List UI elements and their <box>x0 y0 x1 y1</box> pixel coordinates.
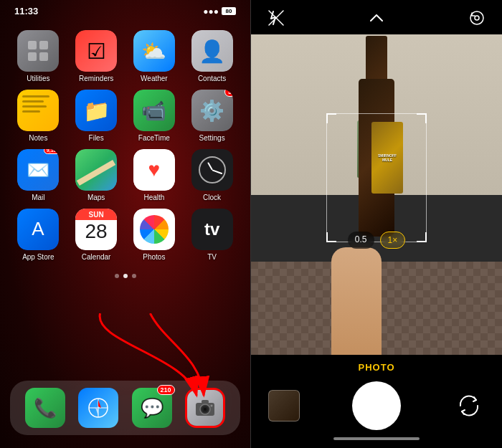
home-indicator <box>333 437 420 440</box>
camera-flip-top-icon[interactable] <box>466 7 488 29</box>
battery-indicator: 80 <box>222 7 236 15</box>
reminders-label: Reminders <box>79 75 113 82</box>
notes-label: Notes <box>29 134 47 142</box>
settings-label: Settings <box>199 134 225 142</box>
app-reminders[interactable]: ☑ Reminders <box>71 30 122 82</box>
app-clock[interactable]: Clock <box>186 149 237 201</box>
dock-safari[interactable] <box>78 388 118 428</box>
app-appstore[interactable]: A App Store <box>13 209 64 261</box>
status-icons: ●●● 80 <box>203 6 236 16</box>
focus-box <box>326 113 427 242</box>
app-maps[interactable]: Maps <box>71 149 122 201</box>
svg-rect-2 <box>28 52 37 61</box>
mail-icon: ✉️ 9,165 <box>17 149 59 191</box>
flash-icon[interactable] <box>265 7 287 29</box>
focus-corner-tl <box>326 113 336 123</box>
calendar-label: Calendar <box>82 253 111 261</box>
app-notes[interactable]: Notes <box>13 90 64 142</box>
svg-text:A: A <box>32 218 45 239</box>
camera-controls-row <box>251 381 502 430</box>
camera-app: SMIRNOFF MULE 0.5 1× PHOTO <box>251 0 502 448</box>
notes-icon <box>17 90 59 131</box>
page-indicators <box>0 274 250 278</box>
svg-marker-9 <box>98 400 101 408</box>
files-icon: 📁 <box>75 90 117 131</box>
dock-safari-icon <box>78 388 118 428</box>
app-weather[interactable]: ⛅ Weather <box>129 30 180 82</box>
zoom-1x-button[interactable]: 1× <box>380 232 406 249</box>
svg-point-14 <box>204 408 207 411</box>
page-dot-1 <box>115 274 119 278</box>
shutter-button[interactable] <box>352 381 401 430</box>
dock-phone[interactable]: 📞 <box>25 388 65 428</box>
dock-messages[interactable]: 💬 210 <box>132 388 172 428</box>
utilities-label: Utilities <box>27 75 49 82</box>
weather-icon: ⛅ <box>133 30 175 72</box>
appstore-icon: A <box>17 209 59 250</box>
mail-badge: 9,165 <box>44 149 60 154</box>
health-label: Health <box>143 194 164 201</box>
camera-bottom-bar: PHOTO <box>251 355 502 448</box>
flip-camera-button[interactable] <box>453 390 485 421</box>
files-label: Files <box>89 134 104 142</box>
messages-badge: 210 <box>157 385 175 395</box>
settings-icon: ⚙️ 3 <box>191 90 233 131</box>
dock-camera[interactable] <box>185 388 225 428</box>
calendar-icon: SUN 28 <box>75 209 117 250</box>
svg-rect-3 <box>39 52 48 61</box>
clock-icon <box>191 149 233 191</box>
facetime-icon: 📹 <box>133 90 175 131</box>
app-health[interactable]: ♥ Health <box>129 149 180 201</box>
hand <box>331 247 382 355</box>
app-mail[interactable]: ✉️ 9,165 Mail <box>13 149 64 201</box>
dock-messages-icon: 💬 210 <box>132 388 172 428</box>
page-dot-2 <box>123 274 128 278</box>
app-files[interactable]: 📁 Files <box>71 90 122 142</box>
camera-viewfinder[interactable]: SMIRNOFF MULE 0.5 1× <box>251 0 502 355</box>
zoom-05-button[interactable]: 0.5 <box>348 232 374 249</box>
dock: 📞 💬 210 <box>10 381 240 435</box>
svg-rect-1 <box>39 41 48 49</box>
contacts-label: Contacts <box>198 75 226 82</box>
zoom-controls: 0.5 1× <box>251 226 502 254</box>
svg-rect-15 <box>202 400 209 404</box>
svg-point-23 <box>475 16 479 20</box>
page-dot-3 <box>132 274 136 278</box>
app-facetime[interactable]: 📹 FaceTime <box>129 90 180 142</box>
contacts-icon: 👤 <box>191 30 233 72</box>
app-calendar[interactable]: SUN 28 Calendar <box>71 209 122 261</box>
app-contacts[interactable]: 👤 Contacts <box>186 30 237 82</box>
maps-icon <box>75 149 117 191</box>
camera-top-bar <box>251 0 502 34</box>
health-icon: ♥ <box>133 149 175 191</box>
photos-icon <box>133 209 175 250</box>
focus-corner-tr <box>417 113 427 123</box>
dock-phone-icon: 📞 <box>25 388 65 428</box>
reminders-icon: ☑ <box>75 30 117 72</box>
photos-label: Photos <box>143 253 165 261</box>
camera-options-chevron[interactable] <box>366 7 387 29</box>
tv-icon: tv <box>191 209 233 250</box>
clock-label: Clock <box>203 194 221 201</box>
svg-rect-0 <box>28 41 37 49</box>
bottle-neck <box>366 36 387 79</box>
last-photo-thumbnail[interactable] <box>268 390 300 421</box>
app-tv[interactable]: tv TV <box>186 209 237 261</box>
status-bar: 11:33 ●●● 80 <box>0 0 250 19</box>
app-photos[interactable]: Photos <box>129 209 180 261</box>
svg-marker-10 <box>95 408 98 416</box>
utilities-icon <box>17 30 59 72</box>
camera-mode-label: PHOTO <box>359 362 395 373</box>
signal-icon: ●●● <box>203 6 219 16</box>
tv-label: TV <box>207 253 217 261</box>
svg-point-16 <box>210 405 212 407</box>
maps-label: Maps <box>87 194 105 201</box>
app-utilities[interactable]: Utilities <box>13 30 64 82</box>
dock-camera-icon <box>185 388 225 428</box>
facetime-label: FaceTime <box>138 134 170 142</box>
app-settings[interactable]: ⚙️ 3 Settings <box>186 90 237 142</box>
weather-label: Weather <box>141 75 168 82</box>
app-grid: Utilities ☑ Reminders ⛅ Weather 👤 <box>0 23 250 268</box>
iphone-home-screen: 11:33 ●●● 80 Utilities ☑ Reminders <box>0 0 251 448</box>
time: 11:33 <box>14 6 38 16</box>
